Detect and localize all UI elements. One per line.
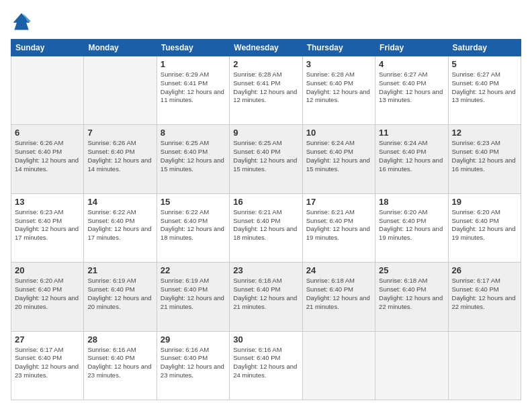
day-info: Sunrise: 6:26 AM Sunset: 6:40 PM Dayligh… <box>87 139 152 173</box>
calendar-cell: 23Sunrise: 6:18 AM Sunset: 6:40 PM Dayli… <box>230 263 302 331</box>
day-number: 19 <box>452 197 517 207</box>
day-number: 2 <box>233 59 298 69</box>
day-info: Sunrise: 6:29 AM Sunset: 6:41 PM Dayligh… <box>161 71 226 105</box>
day-info: Sunrise: 6:18 AM Sunset: 6:40 PM Dayligh… <box>379 277 444 311</box>
calendar-cell: 29Sunrise: 6:16 AM Sunset: 6:40 PM Dayli… <box>157 331 229 400</box>
calendar-cell: 24Sunrise: 6:18 AM Sunset: 6:40 PM Dayli… <box>302 263 375 331</box>
calendar-cell: 7Sunrise: 6:26 AM Sunset: 6:40 PM Daylig… <box>84 125 157 193</box>
calendar-cell: 30Sunrise: 6:16 AM Sunset: 6:40 PM Dayli… <box>230 331 302 400</box>
day-info: Sunrise: 6:24 AM Sunset: 6:40 PM Dayligh… <box>379 139 444 173</box>
day-info: Sunrise: 6:23 AM Sunset: 6:40 PM Dayligh… <box>452 139 517 173</box>
day-info: Sunrise: 6:18 AM Sunset: 6:40 PM Dayligh… <box>306 277 371 311</box>
day-number: 17 <box>306 197 371 207</box>
day-info: Sunrise: 6:17 AM Sunset: 6:40 PM Dayligh… <box>15 346 80 380</box>
calendar-cell: 19Sunrise: 6:20 AM Sunset: 6:40 PM Dayli… <box>448 193 521 262</box>
calendar-cell: 25Sunrise: 6:18 AM Sunset: 6:40 PM Dayli… <box>375 263 448 331</box>
calendar-header-monday: Monday <box>84 40 157 56</box>
day-info: Sunrise: 6:21 AM Sunset: 6:40 PM Dayligh… <box>233 208 298 242</box>
calendar-week-row: 1Sunrise: 6:29 AM Sunset: 6:41 PM Daylig… <box>11 56 521 125</box>
day-number: 5 <box>452 59 517 69</box>
calendar-header-friday: Friday <box>375 40 448 56</box>
day-info: Sunrise: 6:28 AM Sunset: 6:40 PM Dayligh… <box>306 71 371 105</box>
header <box>11 11 521 32</box>
day-info: Sunrise: 6:19 AM Sunset: 6:40 PM Dayligh… <box>161 277 226 311</box>
calendar-header-thursday: Thursday <box>302 40 375 56</box>
day-number: 14 <box>87 197 152 207</box>
day-number: 20 <box>15 265 80 275</box>
svg-marker-0 <box>13 13 30 30</box>
calendar-cell <box>448 331 521 400</box>
day-info: Sunrise: 6:25 AM Sunset: 6:40 PM Dayligh… <box>233 139 298 173</box>
day-info: Sunrise: 6:18 AM Sunset: 6:40 PM Dayligh… <box>233 277 298 311</box>
calendar-cell: 6Sunrise: 6:26 AM Sunset: 6:40 PM Daylig… <box>11 125 84 193</box>
day-number: 24 <box>306 265 371 275</box>
calendar-cell: 10Sunrise: 6:24 AM Sunset: 6:40 PM Dayli… <box>302 125 375 193</box>
logo <box>11 11 35 32</box>
calendar-cell: 27Sunrise: 6:17 AM Sunset: 6:40 PM Dayli… <box>11 331 84 400</box>
day-number: 25 <box>379 265 444 275</box>
day-info: Sunrise: 6:20 AM Sunset: 6:40 PM Dayligh… <box>15 277 80 311</box>
day-number: 18 <box>379 197 444 207</box>
logo-icon <box>11 11 32 32</box>
day-number: 29 <box>161 334 226 345</box>
day-info: Sunrise: 6:23 AM Sunset: 6:40 PM Dayligh… <box>15 208 80 242</box>
day-number: 21 <box>87 265 152 275</box>
calendar-header-wednesday: Wednesday <box>230 40 302 56</box>
calendar-header-row: SundayMondayTuesdayWednesdayThursdayFrid… <box>11 40 521 56</box>
day-number: 10 <box>306 128 371 138</box>
calendar-cell <box>375 331 448 400</box>
day-info: Sunrise: 6:27 AM Sunset: 6:40 PM Dayligh… <box>379 71 444 105</box>
calendar-header-tuesday: Tuesday <box>157 40 229 56</box>
day-info: Sunrise: 6:19 AM Sunset: 6:40 PM Dayligh… <box>87 277 152 311</box>
day-number: 22 <box>161 265 226 275</box>
calendar-header-saturday: Saturday <box>448 40 521 56</box>
calendar-cell: 2Sunrise: 6:28 AM Sunset: 6:41 PM Daylig… <box>230 56 302 125</box>
calendar-cell: 4Sunrise: 6:27 AM Sunset: 6:40 PM Daylig… <box>375 56 448 125</box>
calendar-cell: 18Sunrise: 6:20 AM Sunset: 6:40 PM Dayli… <box>375 193 448 262</box>
day-info: Sunrise: 6:24 AM Sunset: 6:40 PM Dayligh… <box>306 139 371 173</box>
day-number: 11 <box>379 128 444 138</box>
calendar-cell: 15Sunrise: 6:22 AM Sunset: 6:40 PM Dayli… <box>157 193 229 262</box>
day-info: Sunrise: 6:20 AM Sunset: 6:40 PM Dayligh… <box>379 208 444 242</box>
day-info: Sunrise: 6:22 AM Sunset: 6:40 PM Dayligh… <box>87 208 152 242</box>
day-number: 9 <box>233 128 298 138</box>
calendar-week-row: 6Sunrise: 6:26 AM Sunset: 6:40 PM Daylig… <box>11 125 521 193</box>
day-number: 30 <box>233 334 298 345</box>
day-info: Sunrise: 6:27 AM Sunset: 6:40 PM Dayligh… <box>452 71 517 105</box>
calendar-cell: 22Sunrise: 6:19 AM Sunset: 6:40 PM Dayli… <box>157 263 229 331</box>
calendar-cell <box>84 56 157 125</box>
calendar-cell: 28Sunrise: 6:16 AM Sunset: 6:40 PM Dayli… <box>84 331 157 400</box>
page: SundayMondayTuesdayWednesdayThursdayFrid… <box>0 0 532 411</box>
calendar-cell: 14Sunrise: 6:22 AM Sunset: 6:40 PM Dayli… <box>84 193 157 262</box>
day-number: 15 <box>161 197 226 207</box>
day-number: 16 <box>233 197 298 207</box>
calendar-header-sunday: Sunday <box>11 40 84 56</box>
day-number: 12 <box>452 128 517 138</box>
calendar-cell: 20Sunrise: 6:20 AM Sunset: 6:40 PM Dayli… <box>11 263 84 331</box>
day-info: Sunrise: 6:25 AM Sunset: 6:40 PM Dayligh… <box>161 139 226 173</box>
day-number: 4 <box>379 59 444 69</box>
calendar-cell: 12Sunrise: 6:23 AM Sunset: 6:40 PM Dayli… <box>448 125 521 193</box>
day-number: 7 <box>87 128 152 138</box>
calendar-cell <box>302 331 375 400</box>
day-number: 6 <box>15 128 80 138</box>
calendar-cell: 9Sunrise: 6:25 AM Sunset: 6:40 PM Daylig… <box>230 125 302 193</box>
day-number: 28 <box>87 334 152 345</box>
calendar-cell: 17Sunrise: 6:21 AM Sunset: 6:40 PM Dayli… <box>302 193 375 262</box>
day-number: 3 <box>306 59 371 69</box>
calendar-cell: 8Sunrise: 6:25 AM Sunset: 6:40 PM Daylig… <box>157 125 229 193</box>
calendar-week-row: 13Sunrise: 6:23 AM Sunset: 6:40 PM Dayli… <box>11 193 521 262</box>
calendar-cell: 13Sunrise: 6:23 AM Sunset: 6:40 PM Dayli… <box>11 193 84 262</box>
calendar-cell <box>11 56 84 125</box>
day-info: Sunrise: 6:28 AM Sunset: 6:41 PM Dayligh… <box>233 71 298 105</box>
day-info: Sunrise: 6:16 AM Sunset: 6:40 PM Dayligh… <box>87 346 152 380</box>
day-info: Sunrise: 6:20 AM Sunset: 6:40 PM Dayligh… <box>452 208 517 242</box>
day-info: Sunrise: 6:22 AM Sunset: 6:40 PM Dayligh… <box>161 208 226 242</box>
calendar-cell: 16Sunrise: 6:21 AM Sunset: 6:40 PM Dayli… <box>230 193 302 262</box>
day-number: 8 <box>161 128 226 138</box>
day-info: Sunrise: 6:17 AM Sunset: 6:40 PM Dayligh… <box>452 277 517 311</box>
calendar-table: SundayMondayTuesdayWednesdayThursdayFrid… <box>11 39 521 400</box>
calendar-cell: 5Sunrise: 6:27 AM Sunset: 6:40 PM Daylig… <box>448 56 521 125</box>
calendar-week-row: 27Sunrise: 6:17 AM Sunset: 6:40 PM Dayli… <box>11 331 521 400</box>
day-number: 13 <box>15 197 80 207</box>
